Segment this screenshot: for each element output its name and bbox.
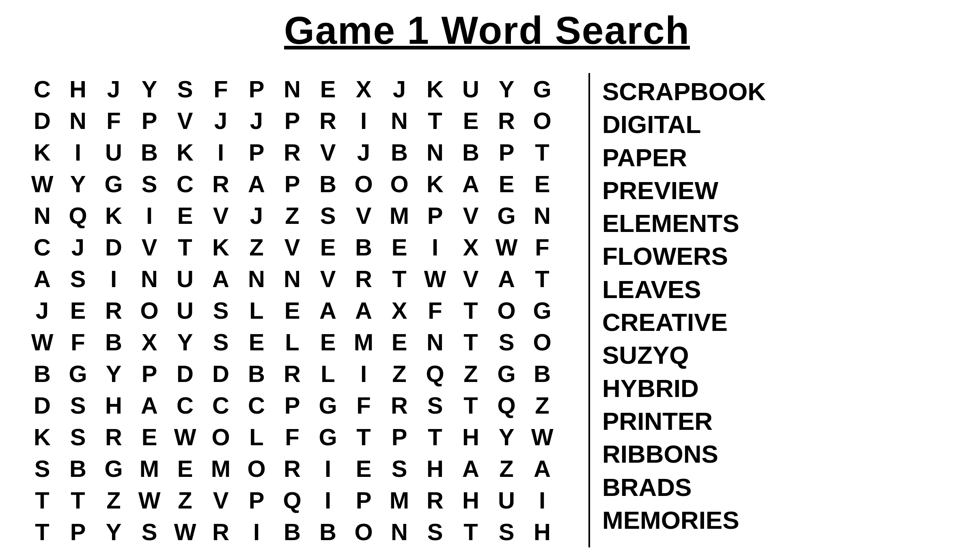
- grid-cell: E: [381, 231, 417, 263]
- grid-cell: L: [239, 294, 274, 326]
- grid-cell: A: [203, 263, 239, 294]
- grid-cell: H: [453, 484, 489, 516]
- grid-cell: B: [24, 358, 60, 389]
- grid-cell: P: [131, 105, 167, 136]
- grid-cell: A: [489, 263, 524, 294]
- grid-cell: A: [453, 168, 489, 200]
- grid-cell: X: [453, 231, 489, 263]
- grid-cell: P: [274, 105, 310, 136]
- grid-cell: K: [96, 200, 131, 231]
- grid-cell: E: [381, 326, 417, 358]
- grid-cell: K: [417, 168, 453, 200]
- grid-cell: G: [96, 453, 131, 484]
- grid-cell: Q: [417, 358, 453, 389]
- grid-cell: O: [524, 326, 560, 358]
- grid-cell: R: [274, 136, 310, 168]
- grid-cell: H: [96, 389, 131, 421]
- grid-cell: O: [489, 294, 524, 326]
- grid-cell: J: [96, 73, 131, 105]
- grid-cell: V: [203, 200, 239, 231]
- grid-cell: A: [524, 453, 560, 484]
- grid-cell: A: [131, 389, 167, 421]
- grid-cell: N: [239, 263, 274, 294]
- grid-cell: R: [203, 168, 239, 200]
- grid-cell: Z: [96, 484, 131, 516]
- grid-cell: T: [524, 263, 560, 294]
- grid-cell: F: [96, 105, 131, 136]
- grid-cell: W: [167, 421, 203, 453]
- grid-cell: S: [203, 326, 239, 358]
- grid-cell: W: [24, 168, 60, 200]
- grid-cell: R: [274, 358, 310, 389]
- grid-cell: X: [131, 326, 167, 358]
- grid-cell: F: [203, 73, 239, 105]
- grid-cell: P: [274, 389, 310, 421]
- grid-cell: P: [239, 484, 274, 516]
- grid-cell: E: [239, 326, 274, 358]
- word-item: HYBRID: [602, 374, 950, 403]
- grid-cell: T: [24, 516, 60, 547]
- grid-cell: V: [453, 263, 489, 294]
- grid-cell: B: [239, 358, 274, 389]
- word-item: SCRAPBOOK: [602, 77, 950, 106]
- grid-cell: K: [24, 421, 60, 453]
- grid-cell: R: [203, 516, 239, 547]
- word-item: ELEMENTS: [602, 209, 950, 238]
- grid-cell: S: [381, 453, 417, 484]
- grid-cell: N: [417, 326, 453, 358]
- vertical-divider: [588, 73, 590, 547]
- grid-cell: B: [96, 326, 131, 358]
- grid-cell: X: [381, 294, 417, 326]
- grid-cell: I: [131, 200, 167, 231]
- grid-row: BGYPDDBRLIZQZGB: [24, 358, 560, 389]
- grid-cell: S: [310, 200, 346, 231]
- grid-cell: J: [60, 231, 96, 263]
- grid-cell: O: [239, 453, 274, 484]
- grid-cell: S: [24, 453, 60, 484]
- grid-cell: P: [239, 73, 274, 105]
- grid-row: NQKIEVJZSVMPVGN: [24, 200, 560, 231]
- grid-cell: Z: [524, 389, 560, 421]
- grid-cell: D: [167, 358, 203, 389]
- grid-cell: B: [310, 168, 346, 200]
- grid-cell: M: [381, 484, 417, 516]
- grid-cell: M: [203, 453, 239, 484]
- grid-cell: A: [239, 168, 274, 200]
- grid-cell: E: [524, 168, 560, 200]
- grid-cell: W: [524, 421, 560, 453]
- grid-cell: I: [203, 136, 239, 168]
- grid-row: KIUBKIPRVJBNBPT: [24, 136, 560, 168]
- grid-cell: Q: [274, 484, 310, 516]
- grid-cell: O: [346, 168, 381, 200]
- grid-cell: A: [346, 294, 381, 326]
- grid-cell: F: [417, 294, 453, 326]
- grid-cell: N: [60, 105, 96, 136]
- grid-cell: Y: [131, 73, 167, 105]
- grid-cell: E: [489, 168, 524, 200]
- grid-cell: T: [381, 263, 417, 294]
- grid-cell: J: [239, 105, 274, 136]
- grid-cell: V: [310, 136, 346, 168]
- grid-cell: R: [310, 105, 346, 136]
- grid-cell: T: [524, 136, 560, 168]
- grid-cell: H: [417, 453, 453, 484]
- grid-cell: R: [489, 105, 524, 136]
- grid-cell: E: [310, 231, 346, 263]
- grid-cell: T: [346, 421, 381, 453]
- grid-cell: B: [310, 516, 346, 547]
- grid-row: ASINUANNVRTWVAT: [24, 263, 560, 294]
- grid-row: DNFPVJJPRINTERO: [24, 105, 560, 136]
- grid-cell: J: [239, 200, 274, 231]
- grid-cell: B: [381, 136, 417, 168]
- grid-cell: C: [167, 168, 203, 200]
- grid-cell: G: [310, 421, 346, 453]
- grid-cell: R: [417, 484, 453, 516]
- grid-cell: S: [489, 326, 524, 358]
- grid-cell: V: [453, 200, 489, 231]
- grid-cell: G: [96, 168, 131, 200]
- grid-cell: E: [167, 453, 203, 484]
- grid-cell: Z: [167, 484, 203, 516]
- grid-cell: S: [131, 516, 167, 547]
- grid-cell: I: [346, 358, 381, 389]
- grid-cell: E: [131, 421, 167, 453]
